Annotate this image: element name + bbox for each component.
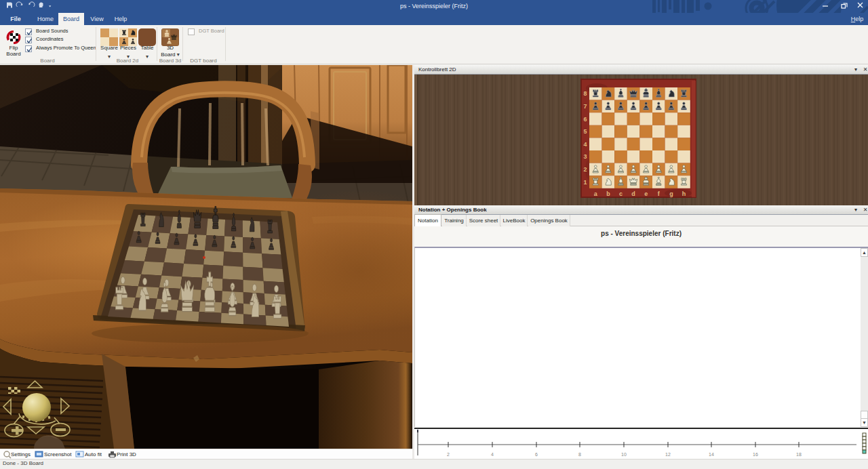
svg-text:16: 16 [753, 452, 758, 457]
svg-text:4: 4 [491, 452, 494, 457]
svg-text:c: c [619, 190, 623, 197]
svg-text:b: b [606, 190, 610, 197]
svg-text:7: 7 [583, 103, 587, 110]
svg-text:6: 6 [583, 116, 587, 123]
svg-text:4: 4 [583, 141, 587, 148]
svg-text:14: 14 [709, 452, 714, 457]
svg-text:g: g [669, 190, 673, 197]
svg-text:8: 8 [583, 90, 587, 97]
svg-text:2: 2 [447, 452, 450, 457]
svg-text:6: 6 [535, 452, 538, 457]
svg-text:1: 1 [583, 179, 587, 186]
svg-text:12: 12 [665, 452, 671, 457]
svg-text:5: 5 [583, 128, 587, 135]
svg-text:8: 8 [578, 452, 581, 457]
svg-text:h: h [682, 190, 686, 197]
svg-text:d: d [631, 190, 635, 197]
svg-text:2: 2 [583, 166, 587, 173]
svg-text:3: 3 [583, 153, 587, 160]
svg-text:18: 18 [796, 452, 802, 457]
svg-text:10: 10 [621, 452, 627, 457]
svg-text:e: e [644, 190, 648, 197]
